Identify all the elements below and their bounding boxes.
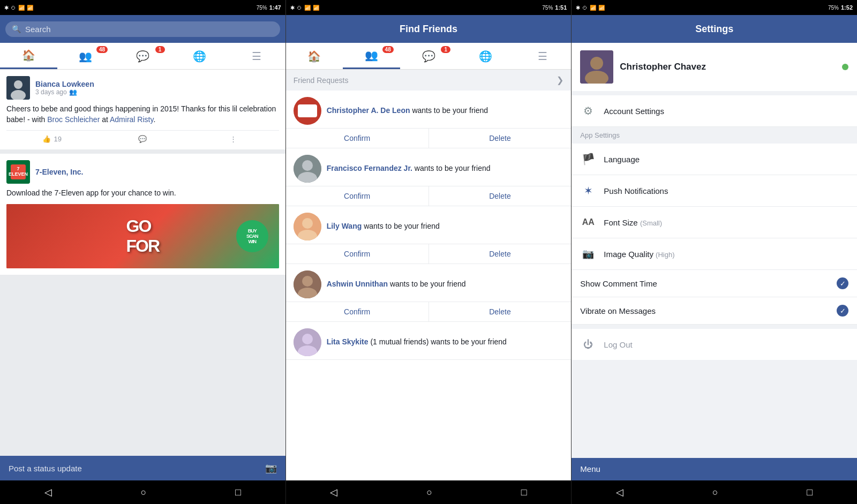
account-settings-item[interactable]: ⚙ Account Settings — [572, 95, 857, 127]
svg-point-13 — [302, 334, 313, 344]
post-7eleven: 7ELEVEN 7-Eleven, Inc. Download the 7-El… — [0, 154, 285, 275]
image-quality-item[interactable]: 📷 Image Quality (High) — [572, 238, 857, 270]
delete-btn-christopher[interactable]: Delete — [429, 129, 572, 148]
delete-btn-ashwin[interactable]: Delete — [429, 302, 572, 321]
friend-item-lita: Lita Skykite (1 mutual friends) wants to… — [286, 322, 572, 360]
nav-home[interactable]: 🏠 — [0, 43, 57, 69]
camera-icon[interactable]: 📷 — [265, 462, 277, 474]
admiral-link[interactable]: Admiral Risty — [110, 115, 153, 124]
signal-icon-3: 📶 — [598, 5, 605, 11]
broc-link[interactable]: Broc Schleicher — [47, 115, 100, 124]
status-icons-1: ✱ ⏲ 📶 📶 — [4, 5, 33, 11]
home-btn-3[interactable]: ○ — [712, 487, 718, 498]
settings-menu-bar[interactable]: Menu — [572, 458, 857, 480]
friend-name-ashwin: Ashwin Unnithan wants to be your friend — [327, 279, 466, 290]
image-icon: 📷 — [582, 248, 594, 260]
phone-nav-1: ◁ ○ □ — [0, 480, 286, 504]
like-action[interactable]: 👍 19 — [6, 135, 97, 143]
post-status-bar[interactable]: Post a status update 📷 — [0, 456, 285, 480]
time-1: 1:47 — [269, 4, 281, 11]
status-bar: ✱ ⏲ 📶 📶 75% 1:47 ✱ ⏲ 📶 📶 75% 1:51 ✱ ⏲ 📶 … — [0, 0, 857, 15]
online-status-dot — [842, 64, 848, 70]
push-notifications-label: Push Notifications — [604, 186, 668, 195]
battery-time-3: 75% 1:52 — [828, 4, 853, 11]
search-placeholder: Search — [25, 25, 51, 34]
font-size-item[interactable]: AA Font Size (Small) — [572, 207, 857, 238]
recent-btn-3[interactable]: □ — [807, 487, 813, 498]
confirm-btn-lily[interactable]: Confirm — [286, 244, 429, 264]
power-icon: ⏻ — [583, 339, 593, 350]
friend-name-strong-francisco: Francisco Fernandez Jr. — [327, 164, 412, 172]
news-feed-header: 🔍 Search — [0, 15, 285, 43]
home-btn-2[interactable]: ○ — [426, 487, 432, 498]
logout-item[interactable]: ⏻ Log Out — [572, 329, 857, 360]
find-friends-header: Find Friends — [286, 15, 572, 43]
confirm-btn-francisco[interactable]: Confirm — [286, 186, 429, 206]
friend-info-francisco: Francisco Fernandez Jr. wants to be your… — [286, 148, 572, 186]
show-comment-time-label: Show Comment Time — [580, 279, 837, 288]
chevron-right-icon[interactable]: ❯ — [557, 75, 563, 85]
delete-btn-francisco[interactable]: Delete — [429, 186, 572, 206]
nav2-messages[interactable]: 💬 1 — [400, 43, 457, 69]
delete-btn-lily[interactable]: Delete — [429, 244, 572, 264]
confirm-btn-christopher[interactable]: Confirm — [286, 129, 429, 148]
friend-name-strong-christopher: Christopher A. De Leon — [327, 106, 410, 115]
avatar-francisco — [294, 155, 321, 183]
messages-icon-2: 💬 — [422, 50, 435, 63]
globe-icon: 🌐 — [193, 50, 206, 63]
friend-name-christopher: Christopher A. De Leon wants to be your … — [327, 106, 488, 116]
wifi-icon-3: 📶 — [590, 5, 596, 11]
messages-badge-2: 1 — [441, 46, 450, 53]
nav-menu[interactable]: ☰ — [228, 43, 285, 69]
language-item[interactable]: 🏴 Language — [572, 144, 857, 175]
avatar-bianca — [6, 76, 30, 100]
vibrate-messages-toggle[interactable]: ✓ — [837, 305, 848, 317]
friend-name-strong-lily: Lily Wang — [327, 222, 362, 230]
nav2-globe[interactable]: 🌐 — [457, 43, 514, 69]
avatar-christopher — [294, 97, 321, 125]
recent-btn-2[interactable]: □ — [521, 487, 527, 498]
back-btn-1[interactable]: ◁ — [44, 486, 52, 498]
more-action[interactable]: ⋮ — [188, 135, 279, 143]
svg-point-4 — [302, 160, 313, 171]
phone-nav-2: ◁ ○ □ — [286, 480, 572, 504]
confirm-btn-ashwin[interactable]: Confirm — [286, 302, 429, 321]
show-comment-time-item[interactable]: Show Comment Time ✓ — [572, 270, 857, 297]
nav-globe[interactable]: 🌐 — [171, 43, 229, 69]
settings-header: Settings — [572, 15, 857, 43]
nav-friends[interactable]: 👥 48 — [57, 43, 115, 69]
show-comment-time-toggle[interactable]: ✓ — [837, 277, 848, 289]
vibrate-messages-item[interactable]: Vibrate on Messages ✓ — [572, 297, 857, 325]
nav2-home[interactable]: 🏠 — [286, 43, 343, 69]
settings-scroll: Christopher Chavez ⚙ Account Settings Ap… — [572, 43, 857, 458]
friend-actions-francisco: Confirm Delete — [286, 186, 572, 206]
post-bianca-text: Cheers to bebe and good things happening… — [6, 104, 279, 125]
friends-icon: 👥 — [79, 50, 92, 63]
friend-name-francisco: Francisco Fernandez Jr. wants to be your… — [327, 163, 491, 174]
nav2-friends[interactable]: 👥 48 — [343, 43, 400, 69]
friend-actions-lily: Confirm Delete — [286, 244, 572, 264]
friends-list: Christopher A. De Leon wants to be your … — [286, 91, 572, 480]
font-icon: AA — [582, 217, 595, 227]
comment-action[interactable]: 💬 — [97, 135, 189, 143]
time-2: 1:51 — [555, 4, 567, 11]
push-notifications-item[interactable]: ✶ Push Notifications — [572, 175, 857, 207]
nav-messages[interactable]: 💬 1 — [114, 43, 171, 69]
battery-pct-3: 75% — [828, 5, 839, 11]
friend-actions-christopher: Confirm Delete — [286, 128, 572, 148]
back-btn-3[interactable]: ◁ — [616, 486, 623, 498]
friend-name-lita: Lita Skykite (1 mutual friends) wants to… — [327, 337, 507, 348]
back-btn-2[interactable]: ◁ — [330, 486, 337, 498]
globe-icon-2: 🌐 — [479, 50, 492, 63]
post-7eleven-meta: 7-Eleven, Inc. — [35, 168, 83, 176]
settings-user-card[interactable]: Christopher Chavez — [572, 43, 857, 91]
status-bar-1: ✱ ⏲ 📶 📶 75% 1:47 — [0, 0, 286, 15]
svg-point-10 — [302, 276, 313, 287]
home-btn-1[interactable]: ○ — [140, 487, 146, 498]
recent-btn-1[interactable]: □ — [235, 487, 241, 498]
nav2-menu[interactable]: ☰ — [514, 43, 572, 69]
avatar-ashwin — [294, 270, 321, 298]
status-icons-3: ✱ ⏲ 📶 📶 — [576, 5, 605, 11]
search-bar[interactable]: 🔍 Search — [5, 21, 280, 37]
friends-badge-2: 48 — [382, 46, 394, 53]
